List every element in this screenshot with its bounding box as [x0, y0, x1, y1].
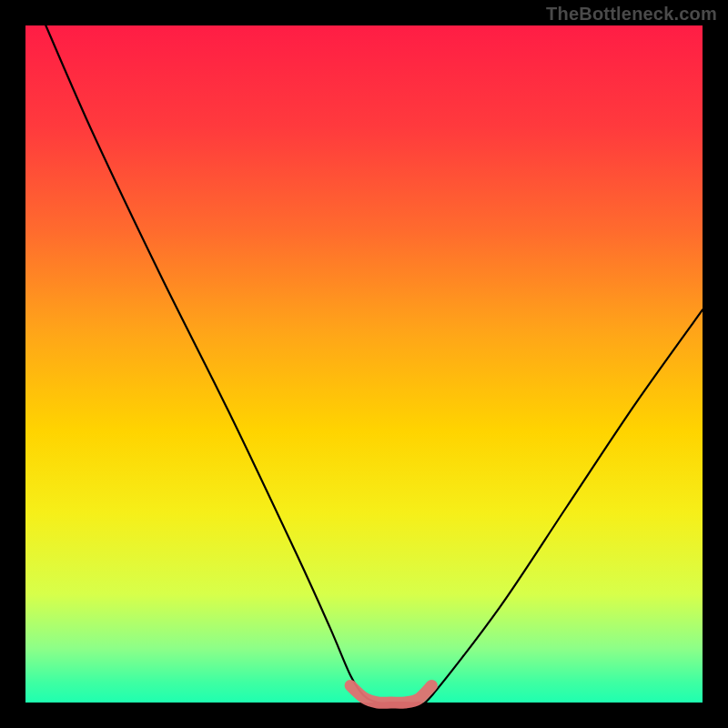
bottleneck-chart [0, 0, 728, 728]
watermark-text: TheBottleneck.com [546, 4, 717, 25]
plot-background [25, 25, 703, 703]
chart-stage: TheBottleneck.com [0, 0, 728, 728]
